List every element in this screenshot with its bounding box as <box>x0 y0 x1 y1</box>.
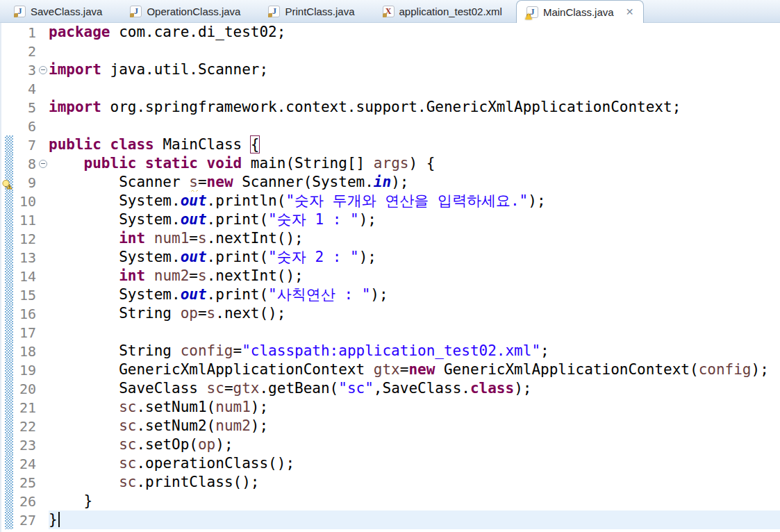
code-line: 4 <box>1 79 780 98</box>
annotation-ruler-cell <box>1 342 14 360</box>
code-text[interactable]: import java.util.Scanner; <box>49 60 780 79</box>
line-number: 9 <box>14 174 38 191</box>
code-token: sc <box>119 436 136 453</box>
code-token <box>101 136 110 153</box>
file-icon-accent <box>268 13 272 17</box>
code-text[interactable]: System.out.print("숫자 1 : "); <box>49 210 780 229</box>
code-token: = <box>198 174 207 190</box>
tab-operationclass-java[interactable]: JOperationClass.java <box>116 0 254 22</box>
warning-lightbulb-icon[interactable] <box>1 177 13 188</box>
line-number: 14 <box>14 268 38 285</box>
code-token: import <box>49 99 101 115</box>
code-token <box>145 230 154 247</box>
fold-collapse-icon[interactable] <box>39 66 47 74</box>
code-text[interactable] <box>49 79 780 98</box>
tab-application-test02-xml[interactable]: Xapplication_test02.xml <box>369 0 516 22</box>
code-text[interactable]: System.out.print("사칙연산 : "); <box>49 285 780 304</box>
code-text[interactable]: } <box>49 492 780 510</box>
code-token: sc <box>119 399 136 415</box>
code-text[interactable] <box>49 117 780 135</box>
code-token: ); <box>359 211 376 228</box>
code-line: 19 GenericXmlApplicationContext gtx=new … <box>1 360 780 379</box>
java-file-icon: J <box>130 6 142 17</box>
xml-file-icon: X <box>383 6 395 17</box>
code-line: 21 sc.setNum1(num1); <box>1 398 780 417</box>
code-line: 6 <box>1 117 780 135</box>
tab-label: PrintClass.java <box>285 6 354 17</box>
code-token: com.care.di_test02; <box>110 24 286 40</box>
code-token: System. <box>49 192 181 209</box>
code-token: config <box>699 361 752 378</box>
file-icon-accent <box>14 13 18 17</box>
code-token: } <box>49 492 92 509</box>
code-text[interactable] <box>49 42 780 60</box>
line-number: 8 <box>14 156 38 172</box>
editor-tab-bar: JSaveClass.javaJOperationClass.javaJPrin… <box>0 0 780 23</box>
code-text[interactable]: SaveClass sc=gtx.getBean("sc",SaveClass.… <box>49 379 780 398</box>
tab-label: SaveClass.java <box>31 6 102 17</box>
file-icon-accent <box>130 13 134 17</box>
code-text[interactable]: System.out.print("숫자 2 : "); <box>49 248 780 267</box>
tab-saveclass-java[interactable]: JSaveClass.java <box>0 0 116 22</box>
code-text[interactable]: sc.operationClass(); <box>49 454 780 473</box>
code-text[interactable]: package com.care.di_test02; <box>49 23 780 42</box>
close-icon[interactable]: ✕ <box>626 7 634 17</box>
code-line: 15 System.out.print("사칙연산 : "); <box>1 285 780 304</box>
code-token: .nextInt(); <box>207 267 304 284</box>
code-token: ); <box>528 192 545 209</box>
code-line: 13 System.out.print("숫자 2 : "); <box>1 248 780 267</box>
code-line: 17 <box>1 323 780 342</box>
diff-change-marker <box>5 323 13 342</box>
code-token: String <box>49 342 181 359</box>
annotation-ruler-cell <box>1 304 14 323</box>
code-text[interactable]: String op=s.next(); <box>49 304 780 323</box>
code-text[interactable]: public static void main(String[] args) { <box>49 154 780 173</box>
code-token: "숫자 두개와 연산을 입력하세요." <box>285 192 528 209</box>
line-number: 3 <box>14 62 38 78</box>
code-token: void <box>207 155 242 172</box>
code-text[interactable]: sc.printClass(); <box>49 473 780 492</box>
diff-change-marker <box>5 435 13 454</box>
code-text[interactable]: public class MainClass { <box>49 135 780 154</box>
code-text[interactable]: Scanner s=new Scanner(System.in); <box>49 173 780 192</box>
code-text[interactable]: int num2=s.nextInt(); <box>49 267 780 285</box>
code-token: Scanner <box>49 174 189 190</box>
code-token: ); <box>359 249 376 265</box>
code-token: .printClass(); <box>136 474 259 490</box>
annotation-ruler-cell <box>1 323 14 342</box>
code-token: ); <box>391 174 408 190</box>
annotation-ruler-cell <box>1 398 14 417</box>
annotation-ruler-cell <box>1 98 14 117</box>
code-token: out <box>181 249 207 265</box>
diff-change-marker <box>5 192 13 210</box>
code-text[interactable]: sc.setNum1(num1); <box>49 398 780 417</box>
annotation-ruler-cell <box>1 510 14 529</box>
code-token: "사칙연산 : " <box>268 286 370 303</box>
code-text[interactable]: sc.setNum2(num2); <box>49 417 780 435</box>
annotation-ruler-cell <box>1 379 14 398</box>
code-token: s <box>198 230 207 247</box>
code-text[interactable]: int num1=s.nextInt(); <box>49 229 780 248</box>
code-text[interactable]: GenericXmlApplicationContext gtx=new Gen… <box>49 360 780 379</box>
code-text[interactable]: import org.springframework.context.suppo… <box>49 98 780 117</box>
file-icon-accent <box>383 13 387 17</box>
code-text[interactable] <box>49 323 780 342</box>
code-token: .setNum2( <box>136 417 215 434</box>
code-line: 9 Scanner s=new Scanner(System.in); <box>1 173 780 192</box>
code-line: 1package com.care.di_test02; <box>1 23 780 42</box>
code-text[interactable]: System.out.println("숫자 두개와 연산을 입력하세요."); <box>49 192 780 210</box>
code-line: 26 } <box>1 492 780 510</box>
code-text[interactable]: String config="classpath:application_tes… <box>49 342 780 360</box>
code-token: import <box>49 61 101 78</box>
code-text[interactable]: sc.setOp(op); <box>49 435 780 454</box>
code-token: ) { <box>408 155 435 172</box>
code-text[interactable]: } <box>49 510 780 529</box>
annotation-ruler-cell <box>1 135 14 154</box>
tab-printclass-java[interactable]: JPrintClass.java <box>254 0 368 22</box>
tab-mainclass-java[interactable]: JMainClass.java✕ <box>516 0 644 23</box>
code-token: .println( <box>207 192 286 209</box>
code-line: 24 sc.operationClass(); <box>1 454 780 473</box>
java-file-warning-icon: J <box>526 6 538 18</box>
code-token: SaveClass <box>49 380 207 397</box>
fold-collapse-icon[interactable] <box>39 160 47 168</box>
